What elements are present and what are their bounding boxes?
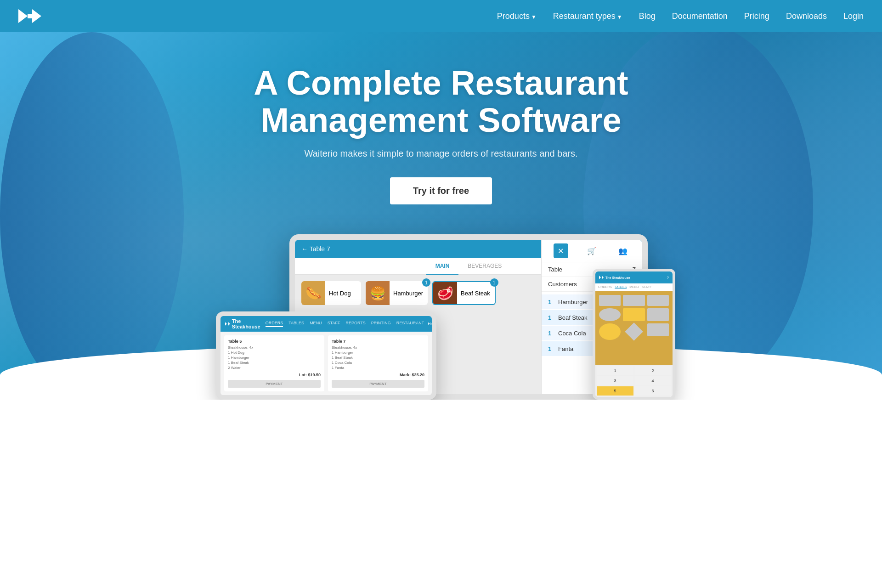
small-topbar-help: Help bbox=[428, 322, 436, 326]
phone-btn-1[interactable]: 1 bbox=[597, 366, 633, 375]
phone-btn-3[interactable]: 3 bbox=[597, 376, 633, 385]
phone-table-1[interactable] bbox=[599, 295, 621, 306]
phone-table-4-circle[interactable] bbox=[599, 308, 621, 321]
order-tab-people[interactable]: 👥 bbox=[616, 243, 630, 258]
order-card-table7: Table 7 Steakhouse: 4x 1 Hamburger 1 Bea… bbox=[328, 335, 428, 391]
small-logo: The Steakhouse bbox=[225, 318, 262, 329]
order-card-table5: Table 5 Steakhouse: 4x 1 Hot Dog 1 Hambu… bbox=[224, 335, 324, 391]
order-tab-close[interactable]: ✕ bbox=[554, 243, 568, 258]
menu-item-hamburger-wrap: 1 🍔 Hamburger bbox=[366, 281, 428, 305]
menu-item-steak-wrap: 1 🥩 Beaf Steak bbox=[432, 281, 496, 305]
tab-main[interactable]: MAIN bbox=[426, 258, 459, 275]
phone-nav-staff[interactable]: STAFF bbox=[642, 285, 652, 289]
phone-nav: ORDERS TABLES MENU STAFF bbox=[595, 283, 673, 291]
phone-logo-text: The Steakhouse bbox=[605, 276, 630, 279]
menu-item-hotdog-wrap: 🌭 Hot Dog bbox=[301, 281, 361, 305]
order-panel-tabs: ✕ 🛒 👥 bbox=[542, 240, 642, 262]
nav-pricing[interactable]: Pricing bbox=[744, 11, 769, 21]
svg-marker-1 bbox=[32, 9, 41, 23]
hero-title: A Complete Restaurant Management Softwar… bbox=[234, 64, 648, 139]
tab-beverages[interactable]: BEVERAGES bbox=[458, 258, 511, 275]
phone-nav-orders[interactable]: ORDERS bbox=[598, 285, 612, 289]
svg-marker-0 bbox=[18, 9, 28, 23]
small-nav-reports[interactable]: REPORTS bbox=[345, 321, 365, 327]
phone-logo: The Steakhouse bbox=[599, 276, 630, 279]
back-button[interactable]: ← Table 7 bbox=[301, 245, 330, 253]
small-nav-restaurant[interactable]: RESTAURANT bbox=[396, 321, 424, 327]
phone-help-icon: ? bbox=[667, 276, 669, 280]
small-nav-menu[interactable]: MENU bbox=[310, 321, 322, 327]
below-fold bbox=[0, 400, 882, 528]
nav-downloads[interactable]: Downloads bbox=[786, 11, 827, 21]
phone-floor-plan bbox=[595, 291, 673, 365]
hero-subtitle: Waiterio makes it simple to manage order… bbox=[0, 148, 882, 159]
small-nav: ORDERS TABLES MENU STAFF REPORTS PRINTIN… bbox=[266, 321, 424, 327]
svg-marker-6 bbox=[602, 276, 604, 279]
hotdog-image: 🌭 bbox=[301, 281, 325, 305]
svg-marker-4 bbox=[228, 322, 230, 326]
phone-mockup: The Steakhouse ? ORDERS TABLES MENU STAF… bbox=[593, 269, 675, 400]
phone-table-7-large-circle[interactable] bbox=[599, 323, 621, 340]
phone-table-5-yellow[interactable] bbox=[623, 308, 645, 321]
phone-number-grid: 1 2 3 4 5 6 bbox=[595, 365, 673, 397]
menu-item-hotdog[interactable]: 🌭 Hot Dog bbox=[301, 281, 361, 305]
nav-blog[interactable]: Blog bbox=[639, 11, 656, 21]
hero-cta-wrapper: Try it for free bbox=[0, 177, 882, 204]
order-tab-cart[interactable]: 🛒 bbox=[584, 243, 599, 258]
phone-topbar: The Steakhouse ? bbox=[595, 271, 673, 283]
phone-table-9[interactable] bbox=[647, 323, 669, 336]
steak-image: 🥩 bbox=[433, 281, 457, 305]
steak-badge: 1 bbox=[490, 278, 498, 287]
small-nav-staff[interactable]: STAFF bbox=[328, 321, 340, 327]
nav-restaurant-types[interactable]: Restaurant types▼ bbox=[553, 11, 622, 21]
hamburger-badge: 1 bbox=[422, 278, 430, 287]
payment-btn-table7[interactable]: PAYMENT bbox=[332, 380, 424, 388]
phone-btn-5-active[interactable]: 5 bbox=[597, 386, 633, 396]
svg-marker-3 bbox=[225, 322, 227, 326]
nav-links: Products▼ Restaurant types▼ Blog Documen… bbox=[497, 11, 864, 21]
phone-btn-4[interactable]: 4 bbox=[634, 376, 671, 385]
tablet-small: The Steakhouse ORDERS TABLES MENU STAFF … bbox=[216, 311, 436, 400]
small-body: Table 5 Steakhouse: 4x 1 Hot Dog 1 Hambu… bbox=[220, 332, 432, 395]
hotdog-label: Hot Dog bbox=[329, 290, 351, 297]
small-nav-tables[interactable]: TABLES bbox=[288, 321, 304, 327]
nav-products[interactable]: Products▼ bbox=[497, 11, 537, 21]
small-nav-printing[interactable]: PRINTING bbox=[371, 321, 391, 327]
menu-item-hamburger[interactable]: 🍔 Hamburger bbox=[366, 281, 428, 305]
phone-table-8-diamond[interactable] bbox=[625, 322, 643, 341]
payment-btn-table5[interactable]: PAYMENT bbox=[228, 380, 321, 388]
nav-login[interactable]: Login bbox=[843, 11, 864, 21]
small-nav-orders[interactable]: ORDERS bbox=[266, 321, 283, 327]
phone-btn-2[interactable]: 2 bbox=[634, 366, 671, 375]
hero-section: A Complete Restaurant Management Softwar… bbox=[0, 0, 882, 400]
phone-nav-tables[interactable]: TABLES bbox=[615, 285, 627, 289]
logo[interactable] bbox=[18, 9, 41, 23]
navigation: Products▼ Restaurant types▼ Blog Documen… bbox=[0, 0, 882, 32]
steak-label: Beaf Steak bbox=[461, 290, 490, 297]
mockup-area: The Steakhouse ORDERS TABLES MENU STAFF … bbox=[234, 234, 648, 400]
hamburger-label: Hamburger bbox=[393, 290, 423, 297]
svg-marker-5 bbox=[599, 276, 601, 279]
phone-table-2[interactable] bbox=[623, 295, 645, 306]
phone-nav-menu[interactable]: MENU bbox=[629, 285, 639, 289]
menu-item-steak[interactable]: 🥩 Beaf Steak bbox=[432, 281, 496, 305]
burger-image: 🍔 bbox=[366, 281, 390, 305]
phone-table-6[interactable] bbox=[647, 308, 669, 321]
table-label: Table bbox=[548, 266, 562, 273]
phone-btn-6[interactable]: 6 bbox=[634, 386, 671, 396]
customers-label: Customers bbox=[548, 281, 577, 288]
phone-table-3[interactable] bbox=[647, 295, 669, 306]
small-topbar: The Steakhouse ORDERS TABLES MENU STAFF … bbox=[220, 316, 432, 332]
nav-documentation[interactable]: Documentation bbox=[672, 11, 728, 21]
try-free-button[interactable]: Try it for free bbox=[390, 177, 492, 204]
svg-marker-2 bbox=[28, 14, 32, 18]
